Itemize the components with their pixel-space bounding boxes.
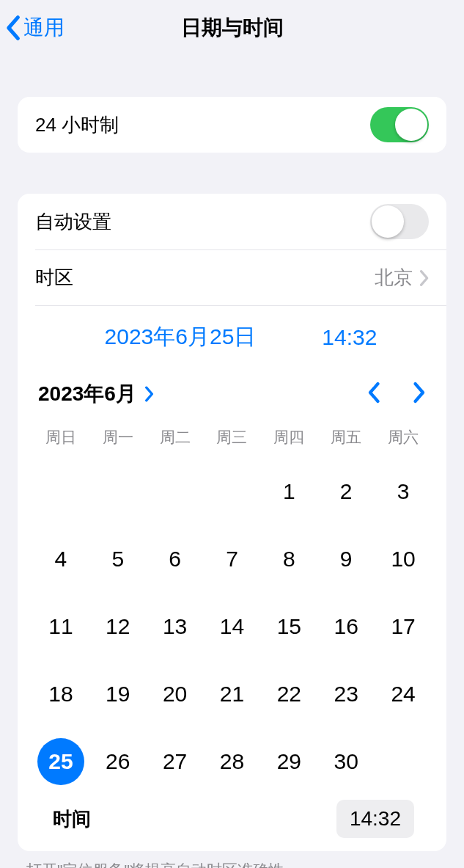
back-label: 通用	[23, 14, 65, 42]
weekday-header: 周日	[32, 420, 89, 458]
prev-month-button[interactable]	[367, 382, 382, 406]
day-cell[interactable]: 20	[152, 671, 199, 718]
day-cell[interactable]: 29	[265, 738, 312, 785]
day-cell[interactable]: 6	[152, 536, 199, 583]
day-cell[interactable]: 16	[323, 603, 369, 650]
day-cell[interactable]: 30	[323, 738, 369, 785]
day-empty	[208, 468, 255, 515]
toggle-24hour[interactable]	[370, 107, 429, 142]
date-pill[interactable]: 2023年6月25日	[105, 322, 257, 352]
toggle-auto-set[interactable]	[370, 204, 429, 239]
day-cell[interactable]: 24	[380, 671, 427, 718]
day-empty	[37, 468, 84, 515]
day-empty	[152, 468, 199, 515]
weekday-header: 周三	[204, 420, 261, 458]
day-cell[interactable]: 23	[323, 671, 369, 718]
time-picker[interactable]: 14:32	[336, 800, 414, 838]
chevron-right-icon	[144, 386, 154, 402]
weekday-header: 周四	[260, 420, 317, 458]
month-picker[interactable]: 2023年6月	[38, 380, 154, 408]
chevron-left-icon	[6, 15, 22, 41]
day-cell[interactable]: 11	[37, 603, 84, 650]
day-cell[interactable]: 9	[323, 536, 369, 583]
toggle-knob	[372, 205, 404, 238]
day-cell[interactable]: 27	[152, 738, 199, 785]
row-label-tz: 时区	[35, 265, 73, 291]
day-cell[interactable]: 18	[37, 671, 84, 718]
row-auto-set: 自动设置	[18, 194, 446, 249]
day-empty	[95, 468, 141, 515]
day-cell[interactable]: 14	[208, 603, 255, 650]
time-label: 时间	[53, 806, 91, 832]
day-cell[interactable]: 15	[265, 603, 312, 650]
timezone-value: 北京	[375, 265, 413, 291]
row-24hour: 24 小时制	[18, 97, 446, 153]
weekday-header: 周六	[375, 420, 432, 458]
time-pill[interactable]: 14:32	[322, 325, 377, 350]
day-cell[interactable]: 26	[95, 738, 141, 785]
toggle-knob	[395, 109, 427, 141]
row-label-auto: 自动设置	[35, 209, 111, 235]
next-month-button[interactable]	[411, 382, 426, 406]
day-cell[interactable]: 5	[95, 536, 141, 583]
row-timezone[interactable]: 时区 北京	[35, 249, 446, 305]
footer-note: 打开"定位服务"将提高自动时区准确性。	[0, 851, 464, 868]
month-label: 2023年6月	[38, 380, 136, 408]
day-cell[interactable]: 8	[265, 536, 312, 583]
chevron-right-icon	[419, 269, 429, 287]
calendar: 2023年6月 周日周一周二周三周四周五周六123456789101112131…	[18, 360, 446, 851]
back-button[interactable]: 通用	[6, 14, 65, 42]
date-time-row: 2023年6月25日 14:32	[35, 305, 446, 360]
day-cell[interactable]: 28	[208, 738, 255, 785]
day-cell[interactable]: 13	[152, 603, 199, 650]
weekday-header: 周一	[89, 420, 147, 458]
day-cell[interactable]: 3	[380, 468, 427, 515]
day-cell[interactable]: 1	[265, 468, 312, 515]
day-cell[interactable]: 17	[380, 603, 427, 650]
row-label-24hour: 24 小时制	[35, 112, 119, 138]
day-cell[interactable]: 10	[380, 536, 427, 583]
day-cell[interactable]: 12	[95, 603, 141, 650]
day-cell[interactable]: 2	[323, 468, 369, 515]
chevron-left-icon	[367, 382, 382, 404]
day-cell[interactable]: 4	[37, 536, 84, 583]
day-cell[interactable]: 21	[208, 671, 255, 718]
page-title: 日期与时间	[181, 14, 284, 42]
day-cell[interactable]: 7	[208, 536, 255, 583]
chevron-right-icon	[411, 382, 426, 404]
day-cell[interactable]: 22	[265, 671, 312, 718]
day-cell[interactable]: 19	[95, 671, 141, 718]
weekday-header: 周二	[147, 420, 204, 458]
day-cell[interactable]: 25	[37, 738, 84, 785]
weekday-header: 周五	[317, 420, 375, 458]
